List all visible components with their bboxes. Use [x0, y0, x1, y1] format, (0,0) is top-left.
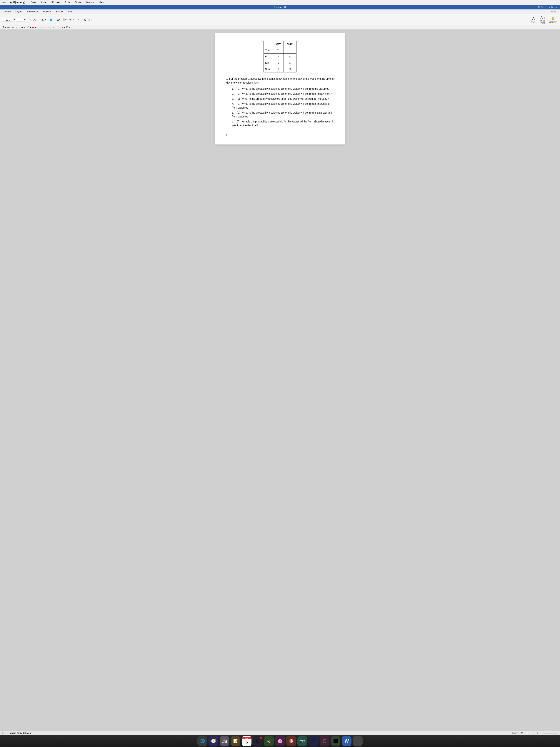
menu-tools[interactable]: Tools [64, 1, 71, 4]
print-icon[interactable]: 🖨 [22, 1, 25, 4]
zoom-slider[interactable] [543, 733, 558, 733]
highlight-arrow[interactable]: ▾ [30, 26, 31, 28]
menu-table[interactable]: Table [74, 1, 81, 4]
tab-design[interactable]: Design [1, 9, 13, 14]
focus-btn[interactable]: Focus [512, 732, 518, 735]
pilcrow-btn[interactable]: ¶ [88, 18, 90, 22]
font-aa-btn[interactable]: Aa [40, 18, 44, 22]
dock-item-app5[interactable]: ⬡ 7 [253, 736, 263, 746]
cursor-area[interactable]: | [226, 133, 334, 137]
outline-btn[interactable]: ☰ [532, 732, 534, 735]
tab-layout[interactable]: Layout [13, 9, 24, 14]
menu-window[interactable]: Window [85, 1, 95, 4]
menu-help[interactable]: Help [98, 1, 105, 4]
font-color-btn[interactable]: A [32, 26, 34, 29]
dock-item-more[interactable]: ☰ [353, 736, 363, 746]
sensitivity-btn[interactable]: 🔒 Sensitivity [548, 15, 559, 24]
dock-item-word[interactable]: W [342, 736, 351, 746]
zoom-minus[interactable]: − [541, 732, 542, 735]
menu-view[interactable]: View [31, 1, 37, 4]
view-layout-btn[interactable]: ⊞ [521, 732, 523, 735]
font-name-input[interactable] [2, 18, 14, 22]
table-cell-fri-night: 12 [284, 54, 296, 60]
styles-btn[interactable]: A▾ Styles [530, 15, 538, 24]
dock-item-music[interactable]: 🎵 [320, 736, 329, 746]
dock-item-app9[interactable]: 📷 [297, 736, 307, 746]
sort-btn[interactable]: ↕Z [83, 18, 87, 22]
table-cell-fri-label: Fri [264, 54, 273, 60]
font-group: ▾ 12 ▾ [1, 18, 26, 22]
tab-mailings[interactable]: Mailings [41, 9, 54, 14]
table-row: Sat 0 87 [264, 60, 296, 66]
ribbon-row2: J ▾ ab x₂ x² A ▾ 🖊 ▾ A ▾ ≡ ≡ ≡ ≡ ↕≡ ▾ ◇ … [0, 25, 560, 29]
superscript-btn[interactable]: x² [15, 26, 18, 29]
styles-group: A▾ Styles A📋 StylesPane 🔒 Sensitivity [530, 15, 559, 24]
dock-item-notes[interactable]: 📝 [231, 736, 240, 746]
undo-icon[interactable]: ↩ [17, 1, 19, 4]
dock-item-security[interactable]: 🛡 [309, 736, 318, 746]
strikethrough-btn[interactable]: ab [7, 26, 10, 29]
search-bar[interactable]: 🔍 Search in Docum [538, 6, 558, 8]
line-spacing-arrow[interactable]: ▾ [57, 26, 58, 28]
font-color-highlight-btn[interactable]: A [21, 26, 24, 29]
font-size-dropdown-arrow[interactable]: ▾ [14, 19, 15, 21]
paint-bucket-btn[interactable]: 🪣 [49, 18, 53, 22]
document-page[interactable]: Day Night Thu 61 1 Fri 7 12 Sat 0 [215, 33, 345, 145]
increase-indent-btn[interactable]: ⇥ [77, 18, 80, 22]
font-color-btn-arrow[interactable]: ▾ [35, 26, 36, 28]
thumbnail-btn[interactable]: 📄 [526, 732, 529, 735]
shading-btn[interactable]: ◇ [60, 26, 63, 29]
increase-font-btn[interactable]: A↑ [28, 18, 32, 22]
item-label-6: (f) [237, 120, 239, 123]
item-text-3: What is the probability a selected tip f… [242, 97, 328, 100]
save-icon[interactable]: 💾 [12, 1, 16, 4]
subscript-btn[interactable]: x₂ [11, 26, 14, 29]
align-left-btn[interactable]: ≡ [39, 26, 41, 29]
dock-item-app12[interactable]: 🅰 [331, 736, 340, 746]
tab-edit-shortcut[interactable]: ✏ Sh [549, 9, 559, 14]
paragraph-group: ☰▾ 🔢▾ ≡▾ ⇤ ⇥ [56, 18, 81, 22]
font-size-input[interactable]: 12 [16, 18, 23, 22]
align-justify-btn[interactable]: ≡ [47, 26, 50, 29]
border-arrow[interactable]: ▾ [69, 26, 70, 28]
dock-item-app6[interactable]: 🦅 [264, 736, 274, 746]
dock-item-app8[interactable]: 🎯 [286, 736, 296, 746]
dock: 🌐 🧭 🏂 📝 FEB 5 ⬡ 7 🦅 🌸 🎯 📷 🛡 🎵 🅰 W ☰ [0, 735, 560, 747]
dock-item-calendar[interactable]: FEB 5 [242, 736, 251, 746]
decrease-indent-btn[interactable]: ⇤ [73, 18, 76, 22]
align-right-btn[interactable]: ≡ [45, 26, 47, 29]
item-label-2: (b) [237, 92, 240, 95]
multilevel-list-btn[interactable]: ≡▾ [68, 18, 72, 22]
tab-review[interactable]: Review [54, 9, 65, 14]
tab-view[interactable]: View [66, 9, 75, 14]
menu-insert[interactable]: Insert [41, 1, 48, 4]
redo-icon[interactable]: ↪ [20, 1, 22, 4]
dock-item-photos[interactable]: 🌸 [275, 736, 285, 746]
border-btn[interactable]: ⊞ [65, 26, 69, 29]
list-view-btn[interactable]: ≡ [537, 732, 538, 735]
align-center-btn[interactable]: ≡ [42, 26, 44, 29]
underline-btn[interactable]: J [2, 26, 4, 29]
dock-item-safari[interactable]: 🧭 [209, 736, 218, 746]
menu-format[interactable]: Format [51, 1, 60, 4]
tab-references[interactable]: References [25, 9, 41, 14]
font-color-arrow[interactable]: ▾ [24, 26, 25, 28]
table-cell-sat-night: 87 [284, 60, 296, 66]
shading-arrow[interactable]: ▾ [64, 26, 65, 28]
line-spacing-btn[interactable]: ↕≡ [52, 26, 56, 29]
list-item: 1. (a) What is the probability a selecte… [232, 87, 334, 91]
aa-arrow[interactable]: ▾ [45, 19, 46, 21]
styles-pane-btn[interactable]: A📋 StylesPane [539, 15, 546, 24]
dock-item-app2[interactable]: 🏂 [220, 736, 229, 746]
new-doc-icon[interactable]: ⊞ [10, 1, 12, 4]
highlight-btn[interactable]: 🖊 [26, 26, 29, 29]
font-size-arrow[interactable]: ▾ [24, 19, 25, 21]
dock-item-finder[interactable]: 🌐 [197, 736, 207, 746]
decrease-font-btn[interactable]: A↓ [33, 18, 37, 22]
dock-badge-7: 7 [260, 737, 262, 739]
problem-intro: 1. For the problem 1 above (with the con… [226, 77, 334, 85]
table-cell-sun-label: Sun [264, 66, 273, 73]
list-btn[interactable]: ☰▾ [56, 18, 61, 22]
underline-arrow[interactable]: ▾ [5, 26, 6, 28]
numbered-list-btn[interactable]: 🔢▾ [62, 18, 67, 22]
